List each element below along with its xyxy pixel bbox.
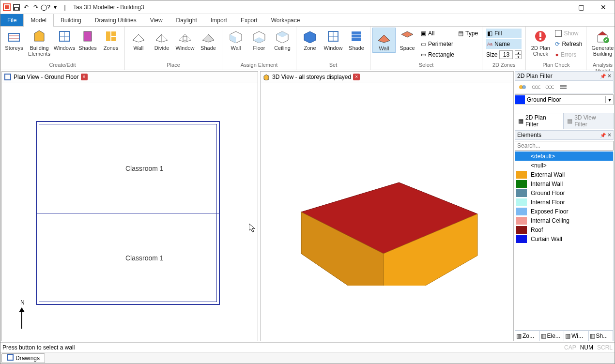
floor-selector[interactable]: ▾ (515, 94, 614, 105)
element-row[interactable]: <null> (515, 161, 613, 170)
minimize-button[interactable]: — (548, 0, 570, 14)
place-wall-button[interactable]: Wall (127, 28, 150, 52)
size-spinner[interactable]: ▲▼ (515, 50, 522, 59)
elements-pin-icon[interactable]: 📌 (600, 133, 606, 138)
svg-rect-33 (352, 31, 361, 41)
type-icon: ▤ (458, 30, 463, 37)
select-rectangle-button[interactable]: ▭Rectangle (421, 50, 454, 60)
select-all-button[interactable]: ▣All (421, 29, 454, 38)
mini-tab-ele[interactable]: ▥Ele... (540, 331, 565, 341)
plan-view-close-button[interactable]: × (81, 74, 88, 80)
plan-filter-close-button[interactable]: × (608, 73, 611, 79)
filter-tool-4[interactable] (558, 82, 569, 92)
floor-select-value[interactable] (525, 96, 605, 103)
floor-swatch (515, 95, 525, 104)
building-elements-icon (31, 29, 47, 44)
element-row[interactable]: Roof (515, 225, 613, 234)
assign-wall-icon (228, 29, 244, 44)
building-elements-button[interactable]: Building Elements (26, 28, 53, 58)
3d-canvas[interactable] (261, 82, 513, 341)
mini-tab-sh[interactable]: ▥Sh... (589, 331, 614, 341)
place-divide-button[interactable]: Divide (150, 28, 173, 52)
undo-icon[interactable]: ↶ (22, 3, 31, 12)
shades-button[interactable]: Shades (76, 28, 99, 52)
windows-button[interactable]: Windows (53, 28, 76, 52)
group-select: Wall Space ▣All ▭Perimeter ▭Rectangle ▤T… (370, 27, 482, 70)
element-row[interactable]: <default> (515, 152, 613, 161)
element-row[interactable]: Exposed Floor (515, 207, 613, 216)
place-shade-button[interactable]: Shade (197, 28, 220, 52)
save-icon[interactable] (12, 3, 21, 12)
help-icon[interactable]: ◯? (41, 3, 50, 12)
elements-close-button[interactable]: × (608, 132, 611, 138)
fill-toggle[interactable]: ◧Fill (486, 29, 522, 38)
tab-workspace[interactable]: Workspace (264, 14, 307, 26)
set-shade-button[interactable]: Shade (345, 28, 368, 52)
set-zone-button[interactable]: Zone (298, 28, 322, 52)
errors-button[interactable]: ●Errors (555, 50, 582, 60)
windows-icon (57, 29, 72, 44)
rectangle-icon: ▭ (421, 51, 426, 58)
element-row[interactable]: Internal Ceiling (515, 216, 613, 225)
svg-marker-47 (249, 224, 255, 232)
mini-tab-wi[interactable]: ▥Wi... (564, 331, 589, 341)
mini-tab-zo[interactable]: ▥Zo... (515, 331, 540, 341)
maximize-button[interactable]: ▢ (570, 0, 592, 14)
file-tab[interactable]: File (0, 14, 23, 26)
tab-drawing-utilities[interactable]: Drawing Utilities (88, 14, 143, 26)
svg-marker-9 (34, 30, 44, 41)
select-type-button[interactable]: ▤Type (458, 29, 478, 38)
tab-3d-view-filter[interactable]: ▦ 3D View Filter (564, 113, 614, 129)
drawings-tab[interactable]: Drawings (1, 353, 45, 363)
plan-filter-title: 2D Plan Filter (517, 73, 553, 79)
tab-model[interactable]: Model (23, 14, 54, 27)
generate-building-button[interactable]: Generate Building (588, 28, 615, 58)
fill-icon: ◧ (487, 30, 492, 37)
plan-canvas[interactable]: Classroom 1 Classroom 1 N (2, 82, 258, 341)
tab-2d-plan-filter[interactable]: ▦ 2D Plan Filter (515, 113, 564, 129)
filter-tool-3[interactable] (544, 82, 555, 92)
element-row[interactable]: Ground Floor (515, 188, 613, 197)
storeys-button[interactable]: Storeys (2, 28, 26, 52)
redo-icon[interactable]: ↷ (31, 3, 40, 12)
svg-rect-5 (15, 8, 18, 10)
element-row[interactable]: Curtain Wall (515, 234, 613, 243)
qat-dropdown-icon[interactable]: ▾ (51, 3, 60, 12)
assign-ceiling-button[interactable]: Ceiling (271, 28, 294, 52)
size-input[interactable] (499, 50, 513, 59)
show-toggle[interactable]: Show (555, 29, 582, 38)
close-button[interactable]: ✕ (592, 0, 615, 14)
tab-daylight[interactable]: Daylight (169, 14, 204, 26)
zones-button[interactable]: Zones (99, 28, 123, 52)
elements-search-input[interactable] (515, 141, 614, 151)
name-toggle[interactable]: AaName (486, 39, 522, 49)
plan-check-button[interactable]: 2D Plan Check (528, 28, 553, 58)
tab-view[interactable]: View (143, 14, 169, 26)
filter-tabs: ▦ 2D Plan Filter ▦ 3D View Filter (515, 113, 614, 129)
select-space-button[interactable]: Space (396, 28, 419, 52)
tab-export[interactable]: Export (234, 14, 264, 26)
element-row[interactable]: Internal Wall (515, 179, 613, 188)
pin-icon[interactable]: 📌 (600, 74, 606, 79)
assign-wall-button[interactable]: Wall (224, 28, 247, 52)
assign-floor-button[interactable]: Floor (247, 28, 271, 52)
filter-tool-2[interactable] (531, 82, 541, 92)
status-bar: Press button to select a wall CAP NUM SC… (0, 342, 615, 352)
tab-import[interactable]: Import (204, 14, 234, 26)
elements-list[interactable]: <default><null>External WallInternal Wal… (515, 152, 614, 331)
select-wall-button[interactable]: Wall (372, 28, 396, 53)
element-row[interactable]: External Wall (515, 170, 613, 179)
set-window-button[interactable]: Window (322, 28, 345, 52)
refresh-button[interactable]: ⟳Refresh (555, 39, 582, 49)
element-name: Internal Ceiling (529, 217, 569, 224)
filter-tool-1[interactable] (517, 82, 528, 92)
element-row[interactable]: Internal Floor (515, 197, 613, 207)
tab-building[interactable]: Building (54, 14, 88, 26)
select-perimeter-button[interactable]: ▭Perimeter (421, 39, 454, 49)
svg-point-57 (546, 86, 549, 89)
chevron-down-icon[interactable]: ▾ (605, 96, 613, 103)
svg-rect-13 (84, 31, 92, 41)
place-window-button[interactable]: Window (173, 28, 197, 52)
element-swatch (516, 208, 527, 215)
3d-view-close-button[interactable]: × (353, 74, 360, 80)
